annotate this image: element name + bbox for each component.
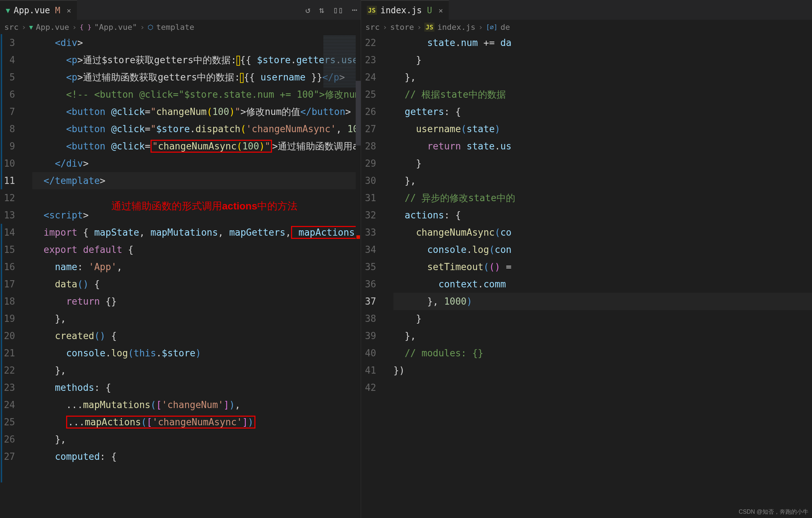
scroll-thumb[interactable] bbox=[356, 81, 361, 145]
breadcrumb-item[interactable]: index.js bbox=[437, 23, 475, 32]
tabbar-left: ▼ App.vue M ✕ ↺ ⇅ ▯▯ ⋯ bbox=[0, 0, 361, 20]
history-icon[interactable]: ↺ bbox=[305, 5, 310, 15]
tab-app-vue[interactable]: ▼ App.vue M ✕ bbox=[0, 0, 77, 20]
breadcrumb-item[interactable]: "App.vue" bbox=[94, 23, 137, 32]
breadcrumb-item[interactable]: src bbox=[365, 23, 380, 32]
braces-icon: { } bbox=[80, 23, 92, 31]
editor-left-pane: ▼ App.vue M ✕ ↺ ⇅ ▯▯ ⋯ src › ▼ App.vue ›… bbox=[0, 0, 361, 518]
close-icon[interactable]: ✕ bbox=[67, 6, 71, 15]
chevron-right-icon: › bbox=[140, 23, 145, 32]
chevron-right-icon: › bbox=[72, 23, 77, 32]
chevron-right-icon: › bbox=[478, 23, 483, 32]
tab-label: index.js bbox=[380, 5, 422, 15]
tabbar-right: JS index.js U ✕ bbox=[361, 0, 812, 20]
split-editor-icon[interactable]: ▯▯ bbox=[333, 5, 343, 15]
scroll-error-marker bbox=[356, 235, 360, 239]
editor-right-pane: JS index.js U ✕ src › store › JS index.j… bbox=[361, 0, 812, 518]
line-numbers: 3456789101112131415161718192021222324252… bbox=[0, 34, 22, 465]
breadcrumb-right[interactable]: src › store › JS index.js › [∅] de bbox=[361, 20, 812, 34]
modified-indicator: M bbox=[55, 5, 60, 15]
breadcrumb-item[interactable]: src bbox=[4, 23, 19, 32]
line-numbers: 2223242526272829303132333435363738394041… bbox=[361, 34, 383, 396]
git-compare-icon[interactable]: ⇅ bbox=[319, 5, 324, 15]
breadcrumb-item[interactable]: App.vue bbox=[36, 23, 69, 32]
breadcrumb-item[interactable]: de bbox=[500, 23, 510, 32]
tab-index-js[interactable]: JS index.js U ✕ bbox=[361, 0, 449, 20]
untracked-indicator: U bbox=[427, 5, 432, 15]
variable-icon: [∅] bbox=[486, 23, 498, 31]
tab-label: App.vue bbox=[14, 5, 50, 15]
chevron-right-icon: › bbox=[417, 23, 421, 32]
breadcrumb-left[interactable]: src › ▼ App.vue › { } "App.vue" › ⬡ temp… bbox=[0, 20, 361, 34]
watermark: CSDN @知否，奔跑的小牛 bbox=[739, 508, 808, 516]
more-icon[interactable]: ⋯ bbox=[352, 5, 357, 15]
cube-icon: ⬡ bbox=[148, 23, 153, 31]
js-icon: JS bbox=[424, 23, 434, 32]
breadcrumb-item[interactable]: store bbox=[390, 23, 414, 32]
js-icon: JS bbox=[367, 6, 377, 15]
close-icon[interactable]: ✕ bbox=[439, 6, 443, 15]
code-area[interactable]: <div> <p>通过$store获取getters中的数据:{{ $store… bbox=[32, 34, 361, 465]
tabbar-actions: ↺ ⇅ ▯▯ ⋯ bbox=[305, 5, 357, 15]
minimap[interactable] bbox=[323, 36, 359, 88]
code-area[interactable]: state.num += da } }, // 根据state中的数据 gett… bbox=[393, 34, 812, 396]
code-editor-left[interactable]: 3456789101112131415161718192021222324252… bbox=[0, 34, 361, 518]
chevron-right-icon: › bbox=[22, 23, 26, 32]
chevron-right-icon: › bbox=[383, 23, 387, 32]
vue-icon: ▼ bbox=[29, 23, 33, 31]
breadcrumb-item[interactable]: template bbox=[156, 23, 194, 32]
annotation-text: 通过辅助函数的形式调用actions中的方法 bbox=[111, 198, 297, 215]
scroll-bar[interactable] bbox=[356, 34, 361, 518]
vue-icon: ▼ bbox=[6, 6, 10, 15]
code-editor-right[interactable]: 2223242526272829303132333435363738394041… bbox=[361, 34, 812, 518]
